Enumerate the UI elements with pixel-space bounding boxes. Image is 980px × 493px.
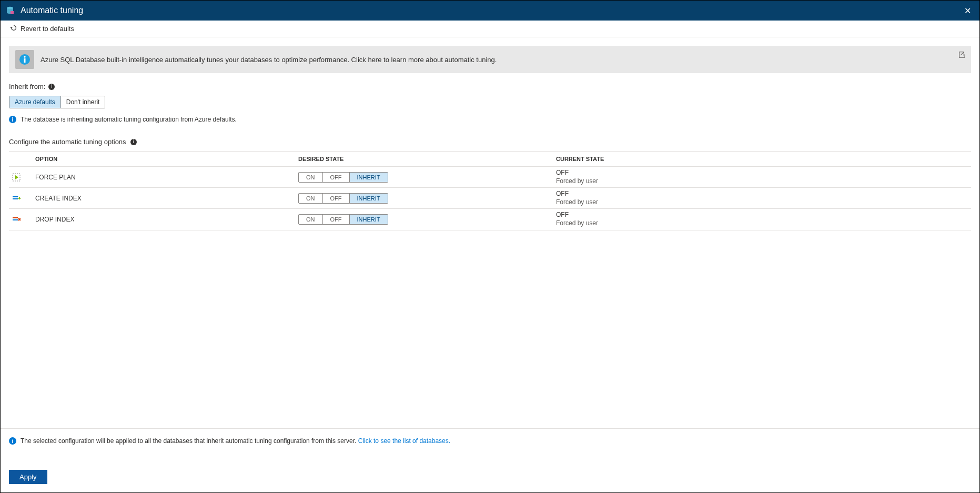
col-option: OPTION — [35, 156, 298, 162]
configure-options-label: Configure the automatic tuning options i — [9, 138, 971, 146]
info-circle-icon: i — [9, 437, 16, 445]
svg-rect-10 — [13, 219, 18, 220]
current-state: OFF Forced by user — [556, 169, 971, 185]
state-on[interactable]: ON — [299, 194, 323, 203]
current-state: OFF Forced by user — [556, 211, 971, 227]
svg-marker-6 — [15, 175, 18, 179]
option-name: DROP INDEX — [35, 216, 298, 223]
current-state: OFF Forced by user — [556, 190, 971, 206]
inherit-from-label: Inherit from: i — [9, 83, 971, 90]
revert-label: Revert to defaults — [21, 25, 74, 33]
help-icon[interactable]: i — [130, 139, 137, 145]
svg-rect-8 — [13, 198, 18, 199]
external-link-icon[interactable] — [957, 51, 965, 60]
options-table: OPTION DESIRED STATE CURRENT STATE FORCE… — [9, 151, 971, 230]
apply-button[interactable]: Apply — [9, 470, 47, 484]
banner-text: Azure SQL Database built-in intelligence… — [41, 56, 497, 64]
page-title: Automatic tuning — [21, 6, 83, 15]
titlebar: Automatic tuning ✕ — [1, 1, 979, 21]
help-icon[interactable]: i — [48, 84, 55, 90]
close-icon[interactable]: ✕ — [960, 4, 975, 18]
state-inherit[interactable]: INHERIT — [350, 173, 388, 182]
state-off[interactable]: OFF — [323, 194, 350, 203]
info-circle-icon: i — [9, 116, 16, 123]
undo-icon — [10, 24, 17, 33]
footer: i The selected configuration will be app… — [1, 428, 979, 492]
inherit-toggle-group: Azure defaults Don't inherit — [9, 96, 105, 108]
list-databases-link[interactable]: Click to see the list of databases. — [358, 437, 450, 445]
inherit-status: i The database is inheriting automatic t… — [9, 116, 971, 123]
table-header: OPTION DESIRED STATE CURRENT STATE — [9, 151, 971, 167]
col-desired: DESIRED STATE — [298, 156, 556, 162]
table-row: CREATE INDEX ON OFF INHERIT OFF Forced b… — [9, 188, 971, 209]
table-row: DROP INDEX ON OFF INHERIT OFF Forced by … — [9, 209, 971, 230]
state-on[interactable]: ON — [299, 215, 323, 224]
svg-point-4 — [24, 56, 25, 57]
state-inherit[interactable]: INHERIT — [350, 194, 388, 203]
info-banner[interactable]: Azure SQL Database built-in intelligence… — [9, 46, 971, 73]
state-off[interactable]: OFF — [323, 173, 350, 182]
col-current: CURRENT STATE — [556, 156, 971, 162]
state-inherit[interactable]: INHERIT — [350, 215, 388, 224]
desired-state-toggle: ON OFF INHERIT — [298, 214, 388, 225]
create-index-icon — [12, 194, 21, 203]
force-plan-icon — [12, 173, 21, 182]
info-icon — [15, 50, 34, 69]
content-area: Azure SQL Database built-in intelligence… — [1, 37, 979, 428]
desired-state-toggle: ON OFF INHERIT — [298, 193, 388, 204]
state-on[interactable]: ON — [299, 173, 323, 182]
option-name: FORCE PLAN — [35, 174, 298, 181]
footer-info: i The selected configuration will be app… — [9, 437, 971, 445]
desired-state-toggle: ON OFF INHERIT — [298, 172, 388, 183]
svg-rect-3 — [24, 58, 26, 63]
inherit-option-dont-inherit[interactable]: Don't inherit — [61, 96, 105, 108]
inherit-option-azure-defaults[interactable]: Azure defaults — [9, 96, 61, 108]
drop-index-icon — [12, 215, 21, 224]
footer-text: The selected configuration will be appli… — [21, 437, 358, 445]
toolbar: Revert to defaults — [1, 21, 979, 37]
option-name: CREATE INDEX — [35, 195, 298, 202]
table-row: FORCE PLAN ON OFF INHERIT OFF Forced by … — [9, 167, 971, 188]
database-icon — [5, 5, 15, 16]
svg-rect-1 — [11, 11, 14, 14]
state-off[interactable]: OFF — [323, 215, 350, 224]
revert-to-defaults-button[interactable]: Revert to defaults — [7, 22, 77, 35]
svg-rect-7 — [13, 196, 18, 197]
svg-rect-9 — [13, 217, 18, 218]
